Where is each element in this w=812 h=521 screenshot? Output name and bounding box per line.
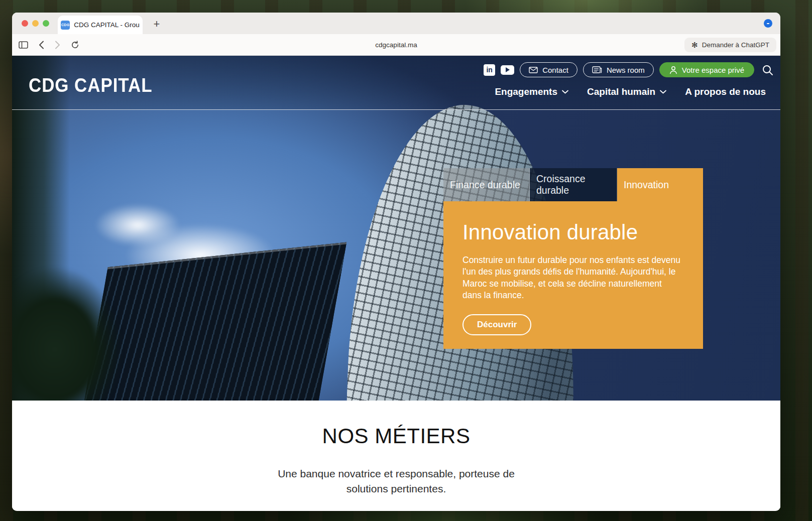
ask-chatgpt-label: Demander à ChatGPT (702, 41, 769, 49)
openai-icon: ✻ (691, 41, 698, 49)
search-icon[interactable] (762, 64, 773, 76)
contact-button[interactable]: Contact (520, 62, 577, 77)
minimize-button[interactable] (32, 20, 39, 27)
browser-toolbar: cdgcapital.ma ✻ Demander à ChatGPT (12, 34, 780, 56)
private-space-label: Votre espace privé (682, 66, 744, 74)
nav-item-engagements[interactable]: Engagements (495, 86, 568, 97)
section-title: NOS MÉTIERS (12, 401, 780, 448)
close-button[interactable] (22, 20, 28, 27)
panel-title: Innovation durable (462, 220, 683, 244)
tab-finance-durable[interactable]: Finance durable (443, 168, 530, 201)
new-tab-button[interactable]: + (149, 17, 165, 32)
nav-label: Engagements (495, 86, 557, 97)
ask-chatgpt-button[interactable]: ✻ Demander à ChatGPT (684, 38, 776, 52)
back-icon[interactable] (39, 41, 44, 49)
user-icon (669, 66, 677, 74)
browser-window: CDG CDG CAPITAL - Grou + cdgcapital.ma ✻… (12, 13, 780, 511)
site-logo[interactable]: CDG CAPITAL (29, 75, 152, 96)
newsroom-icon (592, 66, 602, 74)
innovation-panel: Innovation durable Construire un futur d… (443, 201, 703, 349)
section-subtitle: Une banque novatrice et responsable, por… (260, 466, 533, 496)
hero-banner: CDG CAPITAL in Contact News ro (12, 56, 780, 401)
window-controls (22, 20, 49, 27)
url-text: cdgcapital.ma (375, 41, 417, 49)
forward-icon[interactable] (55, 41, 60, 49)
nav-item-capital-humain[interactable]: Capital humain (587, 86, 666, 97)
profile-badge[interactable] (764, 19, 772, 28)
browser-tab[interactable]: CDG CDG CAPITAL - Grou (58, 16, 143, 34)
hero-tabs: Finance durable Croissance durable Innov… (443, 168, 703, 201)
tab-innovation[interactable]: Innovation (617, 168, 703, 201)
linkedin-icon[interactable]: in (484, 64, 495, 76)
metiers-section: NOS MÉTIERS Une banque novatrice et resp… (12, 401, 780, 510)
webpage: CDG CAPITAL in Contact News ro (12, 56, 780, 510)
tab-croissance-durable[interactable]: Croissance durable (530, 168, 617, 201)
panel-body: Construire un futur durable pour nos enf… (462, 254, 683, 301)
chevron-down-icon (660, 90, 666, 94)
newsroom-button[interactable]: News room (583, 62, 654, 77)
youtube-icon[interactable] (501, 65, 514, 75)
private-space-button[interactable]: Votre espace privé (659, 62, 754, 77)
site-favicon: CDG (61, 21, 70, 30)
zoom-button[interactable] (43, 20, 49, 27)
newsroom-label: News room (607, 66, 645, 74)
nav-label: A propos de nous (685, 86, 766, 97)
sidebar-icon[interactable] (19, 41, 28, 49)
reload-icon[interactable] (71, 41, 79, 49)
browser-tab-bar: CDG CDG CAPITAL - Grou + (12, 13, 780, 34)
hero-tab-panel: Finance durable Croissance durable Innov… (443, 168, 703, 349)
contact-label: Contact (542, 66, 568, 74)
mail-icon (529, 67, 538, 73)
tab-title: CDG CAPITAL - Grou (74, 21, 140, 29)
main-nav: Engagements Capital humain A propos de n… (495, 86, 766, 97)
header-utility-row: in Contact News room (484, 62, 773, 77)
site-header: CDG CAPITAL in Contact News ro (12, 56, 780, 110)
nav-label: Capital humain (587, 86, 655, 97)
discover-button[interactable]: Découvrir (462, 314, 531, 335)
chevron-down-icon (562, 90, 568, 94)
address-bar[interactable]: cdgcapital.ma (12, 34, 780, 55)
nav-item-a-propos[interactable]: A propos de nous (685, 86, 766, 97)
